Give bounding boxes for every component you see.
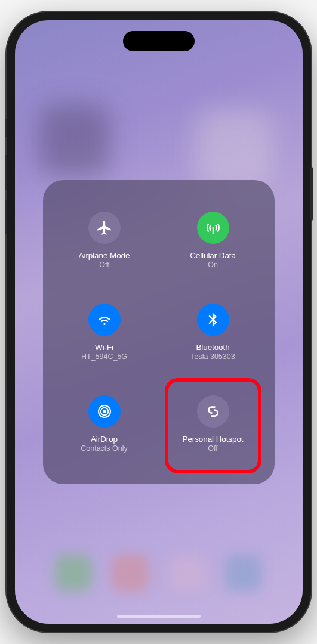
wifi-tile[interactable]: Wi-Fi HT_594C_5G <box>51 287 158 377</box>
personal-hotspot-tile[interactable]: Personal Hotspot Off <box>160 379 266 469</box>
airdrop-icon <box>88 395 121 428</box>
volume-up-button <box>5 155 7 190</box>
wifi-status: HT_594C_5G <box>81 352 127 361</box>
phone-frame: Airplane Mode Off Cellular Data On <box>7 12 311 632</box>
connectivity-control-panel: Airplane Mode Off Cellular Data On <box>43 180 275 484</box>
cellular-status: On <box>208 261 218 269</box>
bluetooth-title: Bluetooth <box>196 343 229 352</box>
airplane-icon <box>88 212 121 244</box>
airplane-mode-tile[interactable]: Airplane Mode Off <box>51 196 158 285</box>
airplane-status: Off <box>99 261 109 269</box>
hotspot-title: Personal Hotspot <box>183 435 244 444</box>
hotspot-icon <box>197 395 229 428</box>
svg-point-2 <box>103 410 106 413</box>
wifi-icon <box>88 304 121 336</box>
cellular-title: Cellular Data <box>190 251 236 260</box>
mute-switch <box>5 119 7 137</box>
cellular-icon <box>197 212 229 244</box>
bluetooth-tile[interactable]: Bluetooth Tesla 305303 <box>160 287 266 377</box>
hotspot-status: Off <box>208 444 217 453</box>
power-button <box>310 167 313 221</box>
bluetooth-icon <box>197 304 229 336</box>
bluetooth-status: Tesla 305303 <box>190 352 235 361</box>
airdrop-tile[interactable]: AirDrop Contacts Only <box>51 379 158 469</box>
home-indicator[interactable] <box>117 615 201 618</box>
cellular-data-tile[interactable]: Cellular Data On <box>160 196 266 285</box>
airdrop-status: Contacts Only <box>81 444 128 453</box>
airdrop-title: AirDrop <box>91 435 118 444</box>
volume-down-button <box>5 200 7 234</box>
dynamic-island <box>123 31 195 51</box>
wifi-title: Wi-Fi <box>95 343 113 352</box>
screen: Airplane Mode Off Cellular Data On <box>15 20 303 624</box>
airplane-title: Airplane Mode <box>79 251 130 260</box>
